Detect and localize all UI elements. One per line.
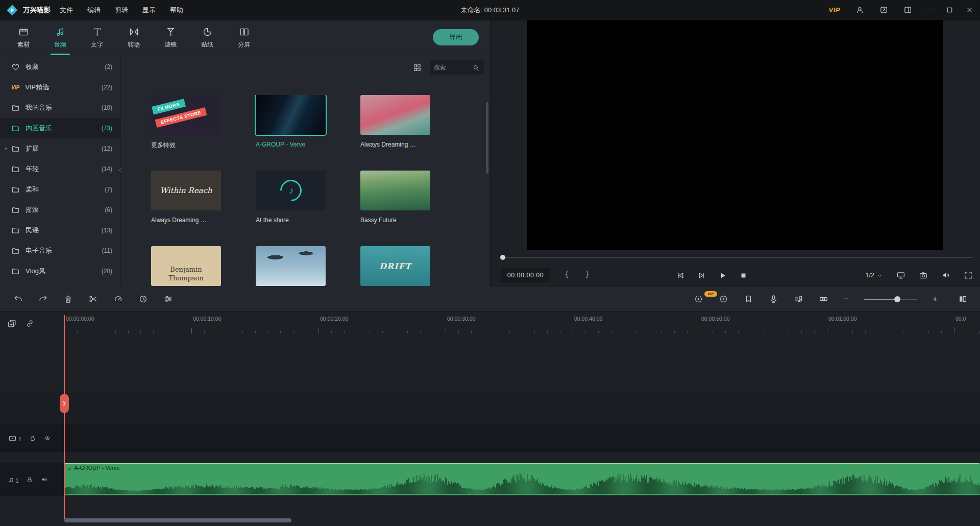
delete-button[interactable] — [63, 294, 73, 304]
audio-card-2[interactable]: Always Dreaming … — [360, 95, 430, 150]
auto-ripple-button[interactable] — [819, 294, 828, 304]
tab-splitscreen[interactable]: 分屏 — [226, 20, 262, 55]
seek-track[interactable] — [500, 257, 973, 258]
category-label: 扩展 — [26, 144, 39, 153]
vip-badge[interactable]: VIP — [829, 6, 840, 14]
zoom-out-button[interactable]: − — [844, 295, 849, 303]
zoom-slider-handle[interactable] — [894, 296, 900, 302]
audio-mixer-button[interactable] — [794, 294, 803, 304]
search-icon[interactable] — [472, 64, 480, 71]
adjust-button[interactable] — [163, 294, 173, 304]
card-title: At the shore — [256, 217, 326, 224]
minimize-button[interactable] — [925, 6, 934, 14]
video-track-lane[interactable] — [0, 424, 980, 452]
sidebar-item-5[interactable]: 年轻(14) — [0, 159, 120, 179]
link-button[interactable] — [25, 319, 35, 328]
volume-icon[interactable] — [941, 271, 950, 280]
split-button[interactable] — [88, 294, 98, 304]
mark-out-button[interactable]: } — [586, 269, 589, 278]
lock-icon[interactable] — [26, 476, 33, 483]
speed-button[interactable] — [113, 294, 123, 304]
sidebar-item-8[interactable]: 民谣(13) — [0, 220, 120, 241]
sidebar-item-0[interactable]: 收藏(2) — [0, 57, 120, 77]
zoom-in-button[interactable]: + — [933, 295, 938, 303]
seek-handle[interactable] — [500, 255, 505, 260]
preview-quality-dropdown[interactable]: 1/2 — [866, 272, 883, 279]
tab-audio[interactable]: 音频 — [42, 20, 79, 55]
track-speaker-icon[interactable] — [41, 476, 48, 483]
export-button[interactable]: 导出 — [433, 29, 479, 45]
caret-right-icon[interactable] — [4, 146, 9, 151]
audio-card-5[interactable]: Bassy Future — [360, 171, 430, 226]
snapshot-icon[interactable] — [919, 271, 928, 280]
ruler-tick — [840, 331, 840, 333]
timeline-ruler[interactable]: 00:00:00:0000:00:10:0000:00:20:0000:00:3… — [64, 315, 980, 333]
audio-card-6[interactable]: BenjaminThompson — [151, 246, 221, 287]
render-preview-button[interactable] — [694, 294, 703, 304]
sidebar-item-2[interactable]: 我的音乐(10) — [0, 98, 120, 118]
stop-button[interactable] — [739, 271, 748, 280]
duration-button[interactable] — [138, 294, 148, 304]
ruler-tick — [776, 331, 776, 333]
sidebar-item-4[interactable]: 扩展(12) — [0, 138, 120, 159]
sidebar-item-10[interactable]: Vlog风(20) — [0, 261, 120, 281]
audio-card-3[interactable]: Within ReachAlways Dreaming … — [151, 171, 221, 226]
ruler-tick — [649, 331, 649, 333]
timeline-scrollbar[interactable] — [64, 518, 291, 522]
render-play-button[interactable] — [719, 294, 728, 304]
audio-card-8[interactable]: DRIFT — [360, 246, 430, 287]
tab-transition[interactable]: 转场 — [115, 20, 152, 55]
timeline-zoom-slider[interactable] — [864, 296, 917, 303]
audio-card-4[interactable]: ♪At the shore — [256, 171, 326, 226]
menu-item-2[interactable]: 剪辑 — [115, 6, 128, 15]
search-box[interactable] — [430, 60, 484, 75]
marker-button[interactable] — [744, 294, 753, 304]
ruler-tick — [293, 331, 293, 333]
sidebar-item-9[interactable]: 电子音乐(11) — [0, 241, 120, 261]
audio-clip[interactable]: ♫ A-GROUP - Verve — [64, 463, 980, 495]
lock-icon[interactable] — [29, 435, 36, 442]
tab-sticker[interactable]: 贴纸 — [189, 20, 226, 55]
menu-item-1[interactable]: 编辑 — [87, 6, 101, 15]
menu-item-0[interactable]: 文件 — [60, 6, 73, 15]
redo-button[interactable] — [38, 294, 48, 304]
record-voiceover-button[interactable] — [769, 294, 778, 304]
audio-card-7[interactable] — [256, 246, 326, 287]
sidebar-item-6[interactable]: 柔和(7) — [0, 179, 120, 200]
sidebar-item-7[interactable]: 摇滚(6) — [0, 200, 120, 220]
menu-item-3[interactable]: 显示 — [142, 6, 156, 15]
collapse-sidebar-icon[interactable] — [117, 166, 124, 174]
undo-button[interactable] — [13, 294, 23, 304]
display-device-icon[interactable] — [896, 271, 905, 280]
search-input[interactable] — [434, 64, 469, 71]
playhead-split-handle[interactable]: ✂ — [60, 394, 69, 413]
add-track-button[interactable] — [7, 319, 17, 328]
tab-text[interactable]: 文字 — [79, 20, 115, 55]
audio-track-lane[interactable]: ♫ A-GROUP - Verve — [0, 463, 980, 496]
panel-layout-button[interactable] — [958, 294, 968, 304]
fullscreen-icon[interactable] — [964, 271, 973, 280]
prev-frame-button[interactable] — [676, 271, 685, 280]
tab-label: 贴纸 — [201, 40, 213, 49]
close-button[interactable] — [965, 6, 974, 14]
library-scrollbar[interactable] — [486, 102, 488, 174]
sidebar-item-1[interactable]: VIPVIP精选(22) — [0, 77, 120, 98]
audio-card-0[interactable]: FILMORAEFFECTS STORE更多特效 — [151, 95, 221, 150]
tab-filter[interactable]: 滤镜 — [152, 20, 189, 55]
eye-icon[interactable] — [44, 435, 51, 442]
preview-seekbar[interactable] — [500, 255, 973, 260]
layout-icon[interactable] — [903, 6, 912, 14]
playhead[interactable]: ✂ — [64, 315, 65, 519]
menu-item-4[interactable]: 帮助 — [170, 6, 183, 15]
maximize-button[interactable] — [945, 6, 954, 14]
mark-in-button[interactable]: { — [566, 269, 568, 278]
play-button[interactable] — [718, 271, 727, 280]
audio-waveform — [64, 471, 980, 494]
audio-card-1[interactable]: A-GROUP - Verve — [256, 95, 326, 150]
next-frame-button[interactable] — [697, 271, 706, 280]
feedback-icon[interactable] — [879, 6, 888, 14]
grid-view-icon[interactable] — [413, 63, 422, 72]
account-icon[interactable] — [855, 6, 864, 14]
sidebar-item-3[interactable]: 内置音乐(73) — [0, 118, 120, 138]
tab-media[interactable]: 素材 — [5, 20, 42, 55]
